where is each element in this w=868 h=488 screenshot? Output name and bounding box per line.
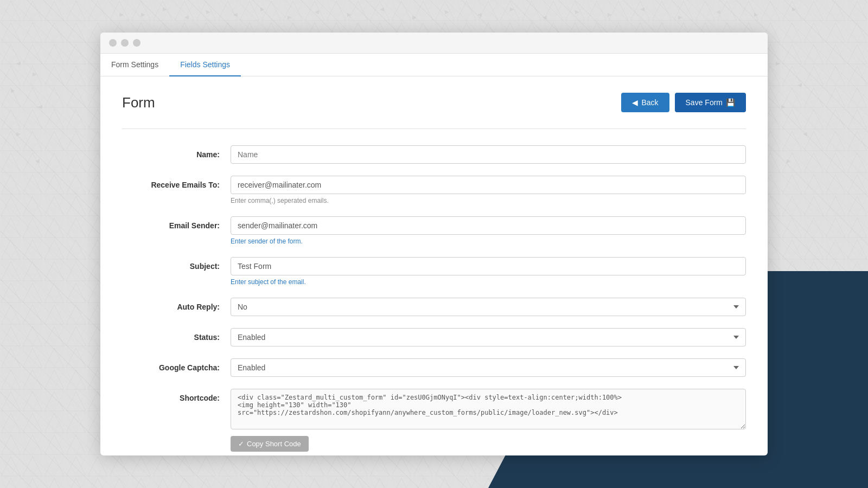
save-form-button[interactable]: Save Form 💾 [675,93,746,112]
svg-text:▶: ▶ [11,87,15,93]
svg-text:▶: ▶ [33,71,37,77]
email-sender-field-container: Enter sender of the form. [231,216,746,245]
shortcode-label: Shortcode: [122,389,231,402]
google-captcha-select[interactable]: Enabled Disabled [231,358,746,377]
content-area: Form ◀ Back Save Form 💾 Name: Receiv [100,76,768,455]
header-divider [122,129,746,129]
svg-text:◀: ◀ [233,11,238,17]
back-button-label: Back [641,98,658,107]
status-field-container: Enabled Disabled [231,328,746,346]
status-label: Status: [122,328,231,342]
svg-text:▶: ▶ [510,6,514,12]
svg-text:◀: ◀ [184,14,189,20]
svg-text:▶: ▶ [163,6,167,12]
save-button-label: Save Form [686,98,723,107]
checkmark-icon: ✓ [238,440,244,448]
status-row: Status: Enabled Disabled [122,328,746,346]
svg-text:▶: ▶ [678,14,682,20]
svg-text:◀: ◀ [640,6,644,12]
content-header: Form ◀ Back Save Form 💾 [122,93,746,112]
google-captcha-label: Google Captcha: [122,358,231,372]
name-field-container [231,145,746,164]
tab-form-settings[interactable]: Form Settings [100,54,169,76]
auto-reply-field-container: No Yes [231,298,746,316]
google-captcha-row: Google Captcha: Enabled Disabled [122,358,746,377]
svg-text:▶: ▶ [445,9,449,15]
svg-text:▶: ▶ [347,11,352,17]
save-icon: 💾 [726,98,735,107]
svg-text:▶: ▶ [119,11,124,17]
window-dot-1 [109,39,117,47]
svg-text:▶: ▶ [412,14,417,20]
subject-field-container: Enter subject of the email. [231,257,746,286]
email-sender-input[interactable] [231,216,746,235]
svg-text:▶: ▶ [260,6,265,12]
tab-bar: Form Settings Fields Settings [100,54,768,76]
receive-emails-field-container: Enter comma(,) seperated emails. [231,176,746,204]
email-sender-label: Email Sender: [122,216,231,230]
svg-text:▶: ▶ [141,11,145,17]
window-dot-3 [133,39,141,47]
name-row: Name: [122,145,746,164]
svg-text:◀: ◀ [716,9,720,15]
back-arrow-icon: ◀ [632,98,638,107]
copy-shortcode-button[interactable]: ✓ Copy Short Code [231,436,309,452]
header-buttons: ◀ Back Save Form 💾 [621,93,746,112]
svg-text:▶: ▶ [206,9,210,15]
svg-text:◀: ◀ [16,60,21,66]
svg-text:◀: ◀ [477,11,482,17]
svg-text:▶: ▶ [776,60,780,66]
svg-text:▶: ▶ [754,11,758,17]
svg-text:◀: ◀ [315,9,319,15]
page-title: Form [122,94,155,111]
receive-emails-hint: Enter comma(,) seperated emails. [231,197,746,204]
svg-text:▶: ▶ [787,158,791,164]
subject-label: Subject: [122,257,231,271]
back-button[interactable]: ◀ Back [621,93,669,112]
svg-text:▶: ▶ [781,104,786,110]
svg-text:▶: ▶ [575,9,579,15]
svg-text:▶: ▶ [608,11,612,17]
svg-text:▶: ▶ [792,6,796,12]
tab-fields-settings[interactable]: Fields Settings [169,54,241,76]
shortcode-field-container: <div class="Zestard_multi_custom_form" i… [231,389,746,452]
google-captcha-field-container: Enabled Disabled [231,358,746,377]
svg-text:◀: ◀ [797,82,802,88]
status-select[interactable]: Enabled Disabled [231,328,746,346]
svg-text:▶: ▶ [16,131,21,137]
shortcode-textarea[interactable]: <div class="Zestard_multi_custom_form" i… [231,389,746,429]
svg-text:◀: ◀ [38,104,42,110]
svg-text:◀: ◀ [803,131,807,137]
shortcode-row: Shortcode: <div class="Zestard_multi_cus… [122,389,746,452]
subject-row: Subject: Enter subject of the email. [122,257,746,286]
name-input[interactable] [231,145,746,164]
titlebar [100,33,768,54]
subject-input[interactable] [231,257,746,275]
receive-emails-row: Receive Emails To: Enter comma(,) sepera… [122,176,746,204]
svg-text:◀: ◀ [542,14,547,20]
subject-hint: Enter subject of the email. [231,278,746,286]
receive-emails-label: Receive Emails To: [122,176,231,189]
window-dot-2 [121,39,129,47]
auto-reply-select[interactable]: No Yes [231,298,746,316]
main-window: Form Settings Fields Settings Form ◀ Bac… [100,33,768,455]
email-sender-row: Email Sender: Enter sender of the form. [122,216,746,245]
name-label: Name: [122,145,231,159]
receive-emails-input[interactable] [231,176,746,194]
svg-text:▶: ▶ [288,14,292,20]
svg-text:◀: ◀ [35,158,40,164]
svg-text:◀: ◀ [380,6,384,12]
auto-reply-label: Auto Reply: [122,298,231,311]
email-sender-hint: Enter sender of the form. [231,237,746,245]
copy-button-label: Copy Short Code [247,440,301,448]
auto-reply-row: Auto Reply: No Yes [122,298,746,316]
